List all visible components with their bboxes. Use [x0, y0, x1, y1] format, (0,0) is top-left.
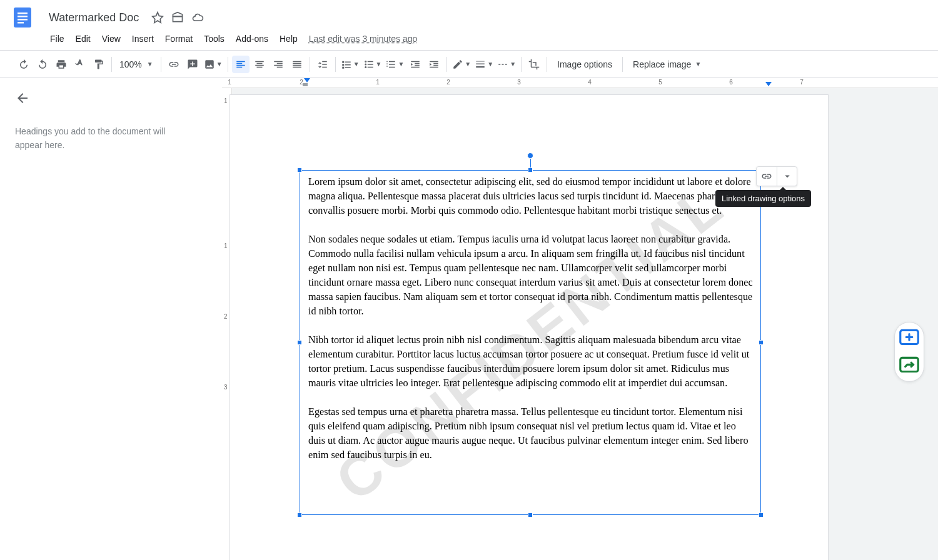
ruler-tick: 5 [658, 79, 662, 86]
paragraph: Non sodales neque sodales ut etiam. Temp… [308, 232, 755, 319]
border-color-button[interactable]: ▼ [451, 56, 472, 73]
last-edit-link[interactable]: Last edit was 3 minutes ago [304, 31, 423, 46]
toolbar-separator [161, 57, 161, 72]
svg-rect-2 [18, 16, 28, 18]
align-right-button[interactable] [270, 56, 287, 73]
paint-format-button[interactable] [90, 56, 108, 73]
toolbar: 100%▼ ▼ ▼ ▼ ▼ ▼ ▼ ▼ Image options Replac… [0, 51, 938, 78]
menu-format[interactable]: Format [160, 31, 198, 46]
bulleted-list-button[interactable]: ▼ [362, 56, 383, 73]
resize-handle-tl[interactable] [297, 168, 302, 172]
ruler-tick: 1 [224, 242, 228, 249]
numbered-list-button[interactable]: ▼ [384, 56, 405, 73]
menu-view[interactable]: View [97, 31, 126, 46]
document-canvas[interactable]: 1 2 1 2 3 4 5 6 7 1 1 2 3 [222, 78, 938, 560]
docs-logo[interactable] [10, 5, 35, 30]
resize-handle-tm[interactable] [528, 168, 533, 172]
linked-object-icon[interactable] [757, 167, 777, 186]
ruler-tick: 1 [228, 79, 231, 86]
collab-buttons [894, 322, 924, 382]
paragraph: Lorem ipsum dolor sit amet, consectetur … [308, 175, 755, 218]
selected-drawing[interactable]: CONFIDENTIAL Lorem ipsum dolor sit amet,… [300, 170, 761, 515]
add-comment-button[interactable] [184, 56, 201, 73]
decrease-indent-button[interactable] [406, 56, 424, 73]
border-dash-button[interactable]: ▼ [496, 56, 517, 73]
ruler-tick: 3 [224, 384, 228, 391]
paragraph: Egestas sed tempus urna et pharetra phar… [308, 405, 755, 462]
line-spacing-button[interactable] [314, 56, 331, 73]
right-indent-marker[interactable] [765, 82, 772, 86]
replace-image-button[interactable]: Replace image▼ [627, 56, 707, 73]
linked-drawing-chip [756, 166, 797, 186]
menu-help[interactable]: Help [275, 31, 303, 46]
move-icon[interactable] [171, 11, 184, 24]
menu-addons[interactable]: Add-ons [231, 31, 273, 46]
ruler-tick: 4 [588, 79, 592, 86]
spellcheck-button[interactable] [71, 56, 89, 73]
print-button[interactable] [53, 56, 70, 73]
document-page[interactable]: CONFIDENTIAL Lorem ipsum dolor sit amet,… [229, 94, 829, 560]
increase-indent-button[interactable] [425, 56, 443, 73]
align-center-button[interactable] [251, 56, 268, 73]
ruler-tick: 1 [224, 98, 228, 104]
resize-handle-br[interactable] [759, 512, 764, 518]
linked-drawing-options-button[interactable] [777, 167, 797, 186]
menu-bar: File Edit View Insert Format Tools Add-o… [0, 30, 938, 50]
toolbar-separator [622, 57, 623, 72]
resize-handle-mr[interactable] [759, 340, 764, 345]
zoom-select[interactable]: 100%▼ [116, 59, 157, 69]
toolbar-separator [446, 57, 447, 72]
workspace: Headings you add to the document will ap… [0, 78, 938, 560]
toolbar-separator [335, 57, 336, 72]
insert-image-button[interactable]: ▼ [203, 56, 224, 73]
svg-rect-0 [14, 8, 31, 28]
menu-tools[interactable]: Tools [199, 31, 229, 46]
resize-handle-ml[interactable] [297, 340, 302, 345]
document-title[interactable]: Watermarked Doc [45, 10, 143, 26]
svg-rect-3 [18, 19, 28, 21]
ruler-tick: 6 [729, 79, 733, 86]
outline-close-button[interactable] [15, 91, 30, 106]
checklist-button[interactable]: ▼ [340, 56, 361, 73]
add-comment-side-button[interactable] [897, 326, 921, 350]
rotation-handle[interactable] [527, 152, 533, 159]
redo-button[interactable] [34, 56, 51, 73]
resize-handle-bl[interactable] [297, 512, 302, 518]
ruler-tick: 7 [800, 79, 804, 86]
paragraph: Nibh tortor id aliquet lectus proin nibh… [308, 333, 755, 391]
resize-handle-bm[interactable] [528, 512, 533, 518]
horizontal-ruler[interactable]: 1 2 1 2 3 4 5 6 7 [222, 78, 938, 88]
toolbar-separator [228, 57, 228, 72]
suggest-edits-side-button[interactable] [897, 354, 921, 378]
title-bar: Watermarked Doc [0, 0, 938, 30]
svg-rect-1 [18, 12, 28, 14]
ruler-tick: 1 [376, 79, 380, 86]
toolbar-separator [111, 57, 112, 72]
align-left-button[interactable] [232, 56, 250, 73]
image-options-button[interactable]: Image options [551, 56, 618, 73]
svg-point-6 [365, 63, 366, 65]
drawing-body-text: Lorem ipsum dolor sit amet, consectetur … [308, 175, 755, 477]
svg-point-5 [365, 61, 366, 62]
align-justify-button[interactable] [288, 56, 306, 73]
ruler-tick: 2 [224, 313, 228, 320]
toolbar-separator [521, 57, 522, 72]
insert-link-button[interactable] [165, 56, 183, 73]
app-header: Watermarked Doc File Edit View Insert Fo… [0, 0, 938, 51]
menu-edit[interactable]: Edit [71, 31, 96, 46]
menu-insert[interactable]: Insert [127, 31, 159, 46]
outline-panel: Headings you add to the document will ap… [0, 78, 222, 560]
menu-file[interactable]: File [45, 31, 69, 46]
left-indent-marker[interactable] [303, 83, 308, 86]
star-icon[interactable] [151, 11, 164, 24]
outline-placeholder: Headings you add to the document will ap… [15, 124, 190, 152]
svg-point-7 [365, 66, 366, 68]
first-line-indent-marker[interactable] [304, 78, 310, 82]
ruler-tick: 2 [446, 79, 450, 86]
svg-rect-4 [18, 22, 24, 24]
border-weight-button[interactable]: ▼ [473, 56, 495, 73]
undo-button[interactable] [15, 56, 33, 73]
crop-button[interactable] [525, 56, 543, 73]
toolbar-separator [310, 57, 310, 72]
cloud-status-icon[interactable] [191, 11, 204, 24]
